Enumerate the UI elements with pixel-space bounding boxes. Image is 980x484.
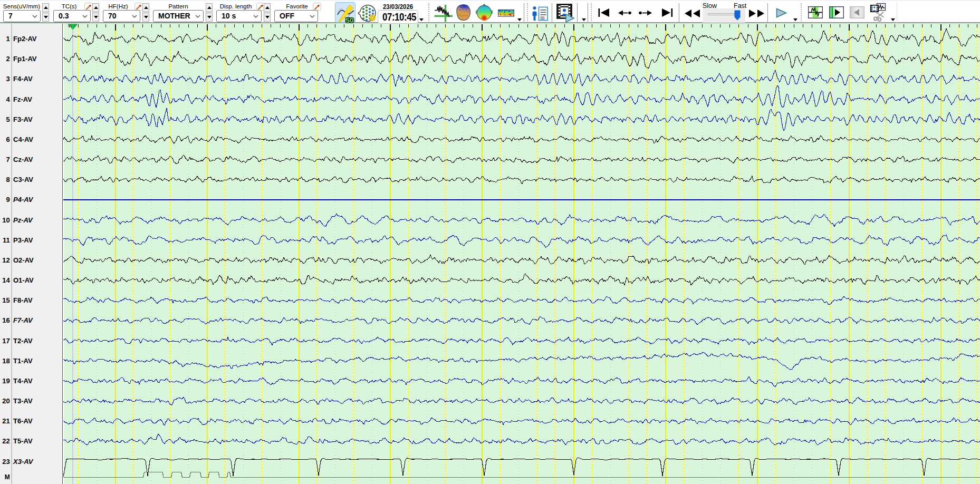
svg-text:1: 1 [6, 35, 9, 43]
svg-text:8: 8 [6, 176, 9, 183]
svg-text:T2-AV: T2-AV [13, 337, 33, 345]
svg-text:3: 3 [6, 75, 9, 83]
svg-text:12: 12 [2, 256, 9, 264]
svg-text:22: 22 [2, 437, 9, 445]
svg-text:18: 18 [2, 357, 9, 365]
svg-text:M: M [5, 473, 10, 481]
svg-text:T5-AV: T5-AV [13, 437, 33, 445]
svg-text:T1-AV: T1-AV [13, 357, 33, 365]
svg-text:16: 16 [2, 316, 9, 324]
svg-text:7: 7 [6, 156, 9, 163]
svg-text:C4-AV: C4-AV [13, 135, 33, 143]
svg-text:F4-AV: F4-AV [13, 75, 33, 83]
svg-text:50: 50 [345, 16, 353, 23]
svg-text:9: 9 [6, 196, 9, 204]
svg-text:P3-AV: P3-AV [13, 236, 33, 244]
svg-text:6: 6 [6, 135, 9, 143]
svg-text:O1-AV: O1-AV [13, 276, 34, 284]
svg-text:23: 23 [2, 458, 9, 466]
svg-text:Pz-AV: Pz-AV [13, 216, 33, 224]
svg-text:17: 17 [2, 337, 9, 345]
svg-text:11: 11 [3, 236, 10, 244]
svg-text:F7-AV: F7-AV [13, 316, 33, 324]
svg-text:4: 4 [6, 95, 10, 103]
svg-text:T4-AV: T4-AV [13, 377, 33, 385]
svg-text:21: 21 [2, 417, 9, 425]
svg-text:O2-AV: O2-AV [13, 256, 34, 264]
svg-text:C3-AV: C3-AV [13, 176, 33, 183]
svg-text:Fp1-AV: Fp1-AV [13, 55, 37, 63]
svg-text:F8-AV: F8-AV [13, 296, 33, 304]
svg-text:Cz-AV: Cz-AV [13, 156, 33, 163]
svg-text:T3-AV: T3-AV [13, 397, 33, 405]
svg-text:T6-AV: T6-AV [13, 417, 33, 425]
svg-text:20: 20 [2, 397, 9, 405]
svg-text:5: 5 [6, 115, 9, 123]
svg-text:Fz-AV: Fz-AV [13, 95, 32, 103]
svg-text:10: 10 [2, 216, 9, 224]
svg-text:Fp2-AV: Fp2-AV [13, 35, 37, 43]
svg-text:14: 14 [2, 276, 10, 284]
svg-text:X3-AV: X3-AV [13, 458, 34, 466]
svg-text:19: 19 [2, 377, 9, 385]
svg-text:15: 15 [2, 296, 9, 304]
svg-text:2: 2 [6, 55, 9, 63]
svg-text:P4-AV: P4-AV [13, 196, 34, 204]
svg-text:F3-AV: F3-AV [13, 115, 33, 123]
